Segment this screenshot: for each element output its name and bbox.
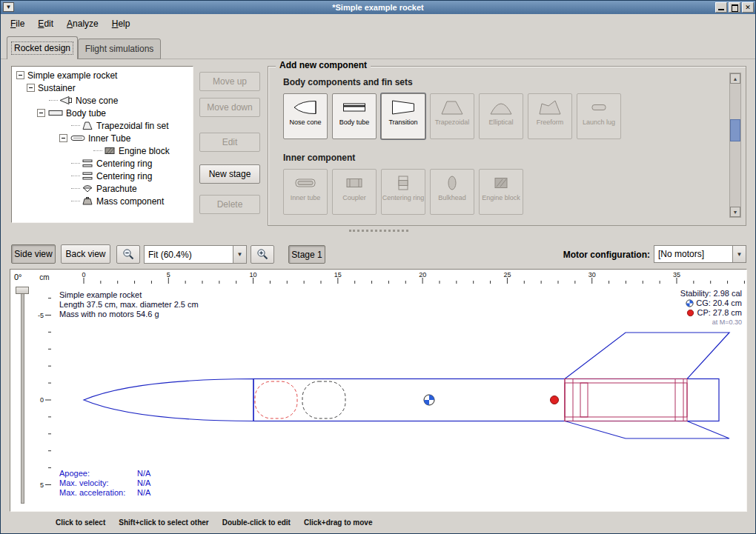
- side-view-button[interactable]: Side view: [11, 244, 56, 264]
- title-bar: ▼ *Simple example rocket ✕: [1, 1, 755, 14]
- add-transition-button[interactable]: Transition: [381, 93, 425, 139]
- delete-button: Delete: [199, 195, 260, 214]
- rocket-figure-canvas[interactable]: Simple example rocket Length 37.5 cm, ma…: [52, 286, 746, 502]
- tree-item-label: Trapezoidal fin set: [96, 121, 169, 131]
- panel-splitter[interactable]: [349, 230, 408, 236]
- svg-text:0: 0: [82, 271, 85, 278]
- launch-lug-icon: [586, 98, 611, 117]
- top-fin-outline: [565, 333, 729, 379]
- max-velocity-value: N/A: [137, 478, 150, 488]
- svg-text:-5: -5: [38, 312, 44, 319]
- menu-help[interactable]: Help: [105, 16, 137, 31]
- trapezoidal-fin-icon: [440, 98, 465, 117]
- hint-double-click: Double-click to edit: [222, 518, 291, 527]
- minimize-icon[interactable]: [715, 2, 727, 13]
- scroll-down-icon[interactable]: ▼: [730, 207, 740, 217]
- add-launch-lug-button: Launch lug: [577, 93, 621, 139]
- close-icon[interactable]: ✕: [742, 2, 754, 13]
- tree-item-engine-block[interactable]: Engine block: [13, 144, 191, 157]
- zoom-level-value: Fit (60.4%): [145, 250, 233, 260]
- menu-analyze[interactable]: Analyze: [60, 16, 105, 31]
- tree-expander-icon[interactable]: [37, 109, 45, 117]
- tree-item-nose-cone[interactable]: Nose cone: [13, 94, 191, 107]
- tab-flight-simulations[interactable]: Flight simulations: [78, 39, 161, 59]
- engine-block-icon: [104, 146, 116, 156]
- add-trapezoidal-fin-button: Trapezoidal: [430, 93, 474, 139]
- trapezoidal-fin-icon: [82, 121, 93, 130]
- add-nose-cone-button[interactable]: Nose cone: [283, 93, 328, 139]
- centering-ring-icon: [82, 171, 93, 181]
- tree-item-body-tube[interactable]: Body tube: [13, 107, 191, 119]
- tree-item-label: Engine block: [119, 146, 170, 156]
- component-scrollbar[interactable]: ▲ ▼: [729, 73, 741, 218]
- tree-expander-icon[interactable]: [27, 84, 35, 92]
- window-menu-icon[interactable]: ▼: [3, 2, 14, 12]
- tree-item-inner-tube[interactable]: Inner Tube: [13, 132, 191, 144]
- tree-item-rocket[interactable]: Simple example rocket: [13, 69, 191, 81]
- status-hints-bar: Click to select Shift+click to select ot…: [1, 515, 755, 530]
- component-button-label: Inner tube: [291, 194, 321, 201]
- zoom-level-select[interactable]: Fit (60.4%) ▼: [144, 245, 247, 264]
- transition-icon: [391, 98, 416, 117]
- app-window: ▼ *Simple example rocket ✕ File Edit Ana…: [0, 0, 756, 534]
- tree-expander-icon[interactable]: [16, 71, 24, 79]
- menu-file[interactable]: File: [4, 16, 31, 31]
- tree-item-fin-set[interactable]: Trapezoidal fin set: [13, 119, 191, 132]
- stage-1-toggle[interactable]: Stage 1: [288, 245, 325, 264]
- tree-connector: [93, 150, 102, 151]
- svg-text:10: 10: [250, 271, 257, 278]
- tab-rocket-design[interactable]: Rocket design: [7, 36, 78, 59]
- chevron-down-icon[interactable]: ▼: [732, 246, 746, 262]
- tree-connector: [71, 188, 80, 189]
- max-acceleration-value: N/A: [137, 488, 150, 498]
- tree-item-parachute[interactable]: Parachute: [13, 182, 191, 195]
- component-button-label: Nose cone: [289, 119, 321, 126]
- scrollbar-thumb[interactable]: [730, 119, 740, 141]
- add-engine-block-button: Engine block: [479, 169, 523, 215]
- tree-item-mass-component[interactable]: Mass component: [13, 195, 191, 207]
- new-stage-button[interactable]: New stage: [199, 164, 260, 184]
- add-body-tube-button[interactable]: Body tube: [332, 93, 377, 139]
- chevron-down-icon[interactable]: ▼: [233, 246, 246, 263]
- ruler-unit-label: cm: [37, 273, 52, 281]
- tree-expander-icon[interactable]: [59, 134, 67, 142]
- stability-block: Stability: 2.98 cal CG: 20.4 cm CP: 27.8…: [680, 289, 742, 327]
- nose-cone-icon: [59, 96, 73, 105]
- tree-item-sustainer[interactable]: Sustainer: [13, 81, 191, 94]
- vertical-ruler: -505: [36, 286, 52, 502]
- motor-configuration-label: Motor configuration:: [520, 250, 650, 260]
- tree-item-label: Centering ring: [96, 171, 152, 181]
- tree-item-label: Parachute: [96, 184, 137, 194]
- elliptical-fin-icon: [488, 98, 514, 117]
- rotation-slider-track[interactable]: [21, 289, 24, 504]
- component-button-label: Elliptical: [488, 119, 513, 126]
- menu-edit[interactable]: Edit: [31, 16, 60, 31]
- cg-icon: [686, 299, 694, 307]
- svg-text:0: 0: [40, 396, 44, 404]
- rocket-dimensions: Length 37.5 cm, max. diameter 2.5 cm: [59, 300, 199, 310]
- horizontal-ruler: 05101520253035: [52, 271, 746, 286]
- add-bulkhead-button: Bulkhead: [430, 169, 474, 215]
- zoom-in-icon: [256, 248, 269, 261]
- zoom-out-button[interactable]: [116, 245, 140, 264]
- cp-marker-icon: [551, 396, 559, 404]
- coupler-icon: [342, 173, 367, 193]
- tree-connector: [71, 163, 80, 164]
- component-button-label: Transition: [388, 119, 417, 126]
- scroll-up-icon[interactable]: ▲: [730, 73, 740, 84]
- mass-component-outline: [302, 381, 345, 418]
- body-tube-icon: [342, 98, 367, 117]
- rotation-slider-handle[interactable]: [16, 287, 29, 294]
- tree-item-centering-ring-1[interactable]: Centering ring: [13, 157, 191, 170]
- tree-item-centering-ring-2[interactable]: Centering ring: [13, 170, 191, 182]
- add-elliptical-fin-button: Elliptical: [479, 93, 523, 139]
- cg-marker-icon: [424, 395, 434, 405]
- motor-configuration-select[interactable]: [No motors] ▼: [654, 245, 746, 263]
- back-view-button[interactable]: Back view: [61, 244, 110, 264]
- menu-bar: File Edit Analyze Help: [1, 14, 755, 33]
- rocket-figure-panel: 0° cm 05101520253035 -505: [10, 269, 747, 512]
- zoom-in-button[interactable]: [251, 245, 274, 264]
- tree-item-label: Sustainer: [38, 83, 76, 93]
- maximize-icon[interactable]: [729, 2, 740, 13]
- centering-ring-icon: [391, 173, 416, 193]
